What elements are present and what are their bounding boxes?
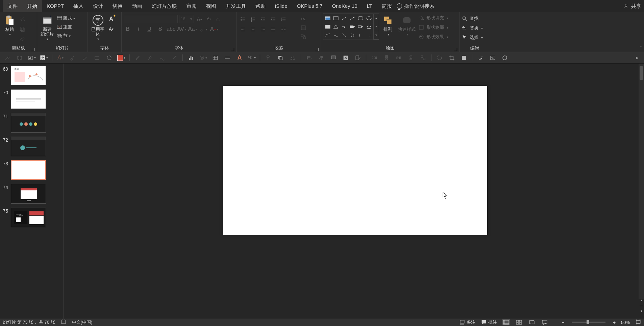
paragraph-launcher[interactable]	[315, 48, 319, 51]
shape-outline-button[interactable]: 形状轮廓▾	[418, 23, 448, 32]
t2-text-effect[interactable]: A	[236, 54, 244, 62]
t2-highlighter[interactable]	[69, 54, 77, 62]
t2-flip-h[interactable]	[289, 54, 297, 62]
t2-rotate[interactable]	[436, 54, 444, 62]
text-direction-button[interactable]: ІA	[299, 15, 307, 23]
char-spacing-button[interactable]: AV▾	[178, 25, 186, 33]
t2-more[interactable]: ▸	[633, 54, 641, 62]
thumbnail-70[interactable]: 70	[0, 87, 63, 111]
font-launcher[interactable]	[231, 48, 234, 51]
comments-button[interactable]: 批注	[481, 319, 497, 325]
share-button[interactable]: 共享	[623, 3, 641, 9]
t2-text-a[interactable]: 文▾	[40, 54, 48, 62]
shape-gallery-scroll[interactable]: ▴▾▾	[374, 14, 379, 40]
t2-circle2[interactable]	[501, 54, 509, 62]
menu-insert[interactable]: 插入	[69, 0, 88, 12]
fit-window-button[interactable]	[635, 319, 641, 326]
menu-help[interactable]: 帮助	[251, 0, 270, 12]
t2-layers[interactable]	[276, 54, 284, 62]
menu-koppt[interactable]: KOPPT	[42, 0, 69, 12]
scrollbar-thumb[interactable]	[640, 66, 643, 80]
shadow-button[interactable]: abc	[167, 25, 175, 33]
menu-home[interactable]: 开始	[22, 0, 42, 12]
t2-curve[interactable]	[158, 54, 166, 62]
font-color-button[interactable]: A▾	[210, 25, 218, 33]
t2-format-copy[interactable]	[264, 54, 272, 62]
t2-align[interactable]	[16, 54, 24, 62]
select-button[interactable]: 选择▾	[462, 33, 483, 42]
justify-button[interactable]	[269, 25, 278, 34]
copy-button[interactable]	[18, 25, 26, 33]
menu-lt[interactable]: LT	[362, 0, 377, 12]
menu-view[interactable]: 视图	[201, 0, 221, 12]
spellcheck-button[interactable]	[60, 319, 67, 326]
zoom-in-button[interactable]: +	[613, 320, 616, 325]
thumbnail-72[interactable]: 72	[0, 135, 63, 158]
next-slide-button[interactable]: ▾	[639, 309, 644, 314]
thumbnail-69[interactable]: 69 案例	[0, 64, 63, 87]
zoom-slider-knob[interactable]	[587, 320, 589, 324]
zoom-level[interactable]: 50%	[621, 320, 630, 325]
t2-textbox[interactable]: A▾	[28, 54, 36, 62]
bold-button[interactable]: B	[124, 25, 132, 33]
t2-notes-panel[interactable]	[329, 54, 338, 62]
quick-styles-button[interactable]: 快速样式▾	[397, 14, 417, 37]
columns-button[interactable]	[279, 25, 288, 34]
menu-design[interactable]: 设计	[88, 0, 108, 12]
thumbnail-75[interactable]: 75 PPT达人	[0, 206, 63, 229]
reset-button[interactable]: 重置	[56, 23, 75, 31]
normal-view-button[interactable]	[502, 319, 510, 325]
menu-file[interactable]: 文件	[3, 0, 22, 12]
slide-canvas[interactable]	[223, 86, 487, 235]
decrease-font-button[interactable]: A▾	[205, 15, 213, 23]
find-button[interactable]: 查找	[462, 14, 478, 23]
notes-button[interactable]: 备注	[459, 319, 475, 325]
arrange-button[interactable]: 排列▾	[380, 14, 395, 37]
section-button[interactable]: 节▾	[56, 32, 75, 40]
strikethrough-button[interactable]: S	[156, 25, 164, 33]
t2-pen[interactable]	[134, 54, 142, 62]
t2-rect[interactable]	[93, 54, 101, 62]
t2-magic-lamp[interactable]	[476, 54, 485, 62]
t2-eyedropper[interactable]	[3, 54, 11, 62]
menu-developer[interactable]: 开发工具	[221, 0, 251, 12]
font-family-combo[interactable]	[124, 15, 178, 23]
cut-button[interactable]	[18, 15, 26, 23]
paste-button[interactable]: 粘贴 ▾	[2, 14, 17, 37]
t2-ruler[interactable]	[223, 54, 231, 62]
t2-align-center-h[interactable]	[317, 54, 325, 62]
t2-dist-3[interactable]	[395, 54, 403, 62]
prev-slide-button[interactable]: ▴	[639, 298, 644, 303]
t2-chart[interactable]	[187, 54, 195, 62]
t2-dist-4[interactable]	[407, 54, 415, 62]
shape-fill-button[interactable]: 形状填充▾	[418, 14, 448, 22]
t2-dropper2[interactable]	[81, 54, 89, 62]
t2-blank-rect[interactable]	[460, 54, 468, 62]
thumbnail-71[interactable]: 71	[0, 111, 63, 135]
zoom-slider[interactable]	[572, 322, 605, 323]
t2-brush[interactable]	[146, 54, 154, 62]
font-size-combo[interactable]: 18▾	[179, 15, 194, 23]
reading-view-button[interactable]	[528, 319, 536, 325]
slideshow-view-button[interactable]	[541, 319, 548, 325]
align-text-button[interactable]	[299, 24, 307, 32]
t2-dist-5[interactable]	[419, 54, 427, 62]
layout-button[interactable]: 版式▾	[56, 14, 75, 22]
format-painter-button[interactable]	[18, 35, 26, 43]
shape-gallery[interactable]	[323, 14, 374, 40]
t2-align-left[interactable]	[305, 54, 313, 62]
italic-button[interactable]: I	[134, 25, 143, 33]
menu-transitions[interactable]: 切换	[108, 0, 127, 12]
menu-animations[interactable]: 动画	[127, 0, 147, 12]
numbering-button[interactable]: 123	[249, 15, 257, 24]
t2-crop[interactable]	[448, 54, 456, 62]
shape-effects-button[interactable]: 形状效果▾	[418, 32, 448, 41]
clear-formatting-button[interactable]	[214, 15, 222, 23]
language-label[interactable]: 中文(中国)	[72, 319, 93, 325]
tell-me-search[interactable]: 操作说明搜索	[397, 3, 435, 9]
font-increase-hint[interactable]: A✦	[107, 15, 115, 23]
decrease-indent-button[interactable]	[259, 15, 268, 24]
used-font-button[interactable]: 字 已用字 体 ▾	[90, 14, 106, 42]
align-center-button[interactable]	[249, 25, 257, 34]
t2-table[interactable]	[211, 54, 219, 62]
